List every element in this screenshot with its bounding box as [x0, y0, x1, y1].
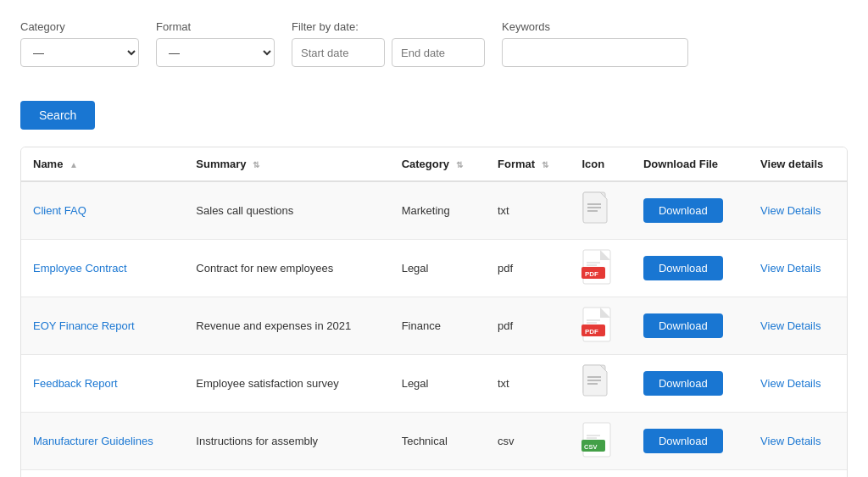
table-row: Product Fact Sheet Product info for supp…	[21, 470, 847, 478]
cell-format: txt	[486, 355, 570, 413]
cell-icon: PDF	[570, 297, 632, 355]
cell-icon: XLSX	[570, 470, 632, 478]
cell-view-details: View Details	[748, 413, 847, 470]
col-header-category: Category ⇅	[390, 147, 486, 181]
col-header-details: View details	[748, 147, 847, 181]
document-name-link[interactable]: Employee Contract	[33, 262, 127, 275]
cell-format: pdf	[486, 297, 570, 355]
cell-name: Employee Contract	[21, 240, 184, 297]
keywords-filter-group: Keywords	[502, 20, 688, 67]
cell-summary: Employee satisfaction survey	[184, 355, 389, 413]
view-details-link[interactable]: View Details	[760, 204, 821, 217]
search-button[interactable]: Search	[20, 101, 95, 130]
format-label: Format	[156, 20, 275, 33]
category-label: Category	[20, 20, 139, 33]
start-date-input[interactable]	[292, 38, 385, 67]
view-details-link[interactable]: View Details	[760, 377, 821, 390]
table-header-row: Name ▲ Summary ⇅ Category ⇅ Format ⇅ Ico…	[21, 147, 847, 181]
sort-icon-name[interactable]: ▲	[70, 160, 78, 169]
cell-format: txt	[486, 181, 570, 240]
cell-category: Legal	[390, 355, 486, 413]
cell-view-details: View Details	[748, 181, 847, 240]
cell-summary: Instructions for assembly	[184, 413, 389, 470]
cell-icon	[570, 181, 632, 240]
file-type-icon: PDF	[581, 306, 612, 340]
view-details-link[interactable]: View Details	[760, 262, 821, 275]
cell-category: Technical	[390, 470, 486, 478]
document-name-link[interactable]: Manufacturer Guidelines	[33, 435, 153, 447]
cell-format: pdf	[486, 240, 570, 297]
cell-icon	[570, 355, 632, 413]
cell-name: Product Fact Sheet	[21, 470, 184, 478]
cell-name: Client FAQ	[21, 181, 184, 240]
table-row: Employee Contract Contract for new emplo…	[21, 240, 847, 297]
cell-download: Download	[632, 240, 748, 297]
cell-download: Download	[632, 181, 748, 240]
cell-view-details: View Details	[748, 355, 847, 413]
sort-icon-category[interactable]: ⇅	[456, 160, 463, 169]
file-type-icon: PDF	[581, 248, 612, 282]
col-header-summary: Summary ⇅	[184, 147, 389, 181]
document-name-link[interactable]: Feedback Report	[33, 377, 118, 390]
table-row: Client FAQ Sales call questions Marketin…	[21, 181, 847, 240]
download-button[interactable]: Download	[643, 371, 723, 396]
cell-category: Legal	[390, 240, 486, 297]
cell-download: Download	[632, 297, 748, 355]
cell-icon: PDF	[570, 240, 632, 297]
format-filter-group: Format — txt pdf csv xlsx	[156, 20, 275, 67]
cell-icon: CSV	[570, 413, 632, 470]
cell-format: xlsx	[486, 470, 570, 478]
file-type-icon: CSV	[581, 421, 612, 455]
table-row: Feedback Report Employee satisfaction su…	[21, 355, 847, 413]
documents-table-container: Name ▲ Summary ⇅ Category ⇅ Format ⇅ Ico…	[20, 147, 848, 477]
cell-summary: Contract for new employees	[184, 240, 389, 297]
cell-download: Download	[632, 355, 748, 413]
cell-category: Marketing	[390, 181, 486, 240]
category-select[interactable]: — Marketing Legal Finance Technical	[20, 38, 139, 67]
col-header-format: Format ⇅	[486, 147, 570, 181]
cell-category: Technical	[390, 413, 486, 470]
category-filter-group: Category — Marketing Legal Finance Techn…	[20, 20, 139, 67]
download-button[interactable]: Download	[643, 256, 723, 280]
cell-view-details: View Details	[748, 470, 847, 478]
sort-icon-summary[interactable]: ⇅	[253, 160, 259, 169]
cell-name: Manufacturer Guidelines	[21, 413, 184, 470]
sort-icon-format[interactable]: ⇅	[542, 160, 548, 169]
cell-name: Feedback Report	[21, 355, 184, 413]
svg-text:PDF: PDF	[585, 328, 598, 336]
document-name-link[interactable]: Client FAQ	[33, 204, 86, 217]
document-name-link[interactable]: EOY Finance Report	[33, 319, 135, 332]
filter-bar: Category — Marketing Legal Finance Techn…	[20, 20, 848, 130]
file-type-icon	[581, 363, 612, 397]
download-button[interactable]: Download	[643, 198, 723, 223]
table-row: Manufacturer Guidelines Instructions for…	[21, 413, 847, 470]
format-select[interactable]: — txt pdf csv xlsx	[156, 38, 275, 67]
cell-summary: Sales call questions	[184, 181, 389, 240]
cell-view-details: View Details	[748, 240, 847, 297]
download-button[interactable]: Download	[643, 313, 723, 338]
view-details-link[interactable]: View Details	[760, 435, 821, 447]
svg-text:PDF: PDF	[585, 270, 598, 278]
keywords-input[interactable]	[502, 38, 688, 67]
cell-view-details: View Details	[748, 297, 847, 355]
cell-download: Download	[632, 470, 748, 478]
svg-text:CSV: CSV	[584, 443, 597, 451]
end-date-input[interactable]	[392, 38, 485, 67]
documents-table: Name ▲ Summary ⇅ Category ⇅ Format ⇅ Ico…	[21, 147, 847, 477]
cell-summary: Revenue and expenses in 2021	[184, 297, 389, 355]
cell-summary: Product info for suppliers	[184, 470, 389, 478]
col-header-name: Name ▲	[21, 147, 184, 181]
cell-category: Finance	[390, 297, 486, 355]
cell-name: EOY Finance Report	[21, 297, 184, 355]
col-header-icon: Icon	[570, 147, 632, 181]
cell-download: Download	[632, 413, 748, 470]
file-type-icon	[581, 191, 612, 225]
date-label: Filter by date:	[292, 20, 485, 33]
date-filter-group: Filter by date:	[292, 20, 485, 67]
download-button[interactable]: Download	[643, 429, 723, 453]
keywords-label: Keywords	[502, 20, 688, 33]
view-details-link[interactable]: View Details	[760, 319, 821, 332]
col-header-download: Download File	[632, 147, 748, 181]
cell-format: csv	[486, 413, 570, 470]
table-row: EOY Finance Report Revenue and expenses …	[21, 297, 847, 355]
